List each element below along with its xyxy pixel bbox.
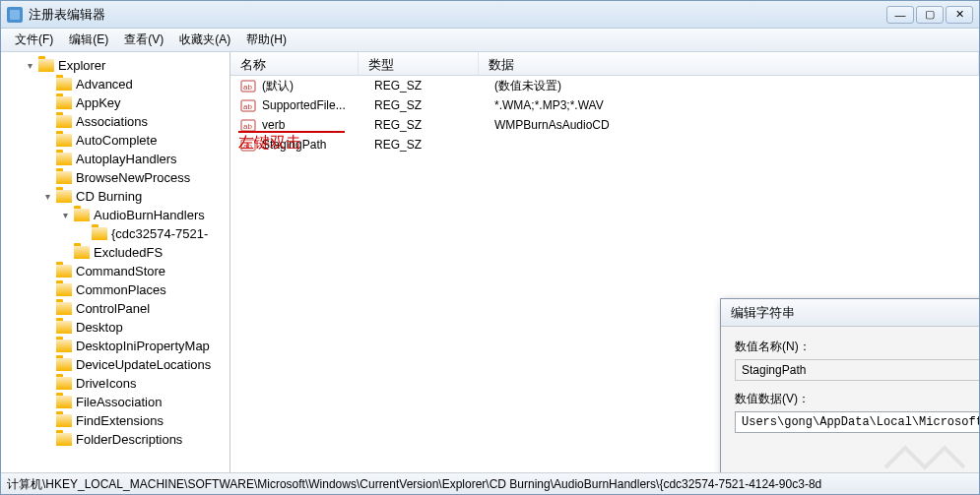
expand-toggle-icon[interactable]: ▾ [42, 191, 53, 202]
tree-node[interactable]: Desktop [3, 318, 228, 337]
tree-node[interactable]: BrowseNewProcess [3, 168, 228, 187]
list-row[interactable]: abStagingPathREG_SZ [230, 135, 979, 155]
expand-toggle-icon[interactable]: ▾ [25, 60, 35, 71]
header-type[interactable]: 类型 [359, 52, 479, 75]
content-area: ▾ExplorerAdvancedAppKeyAssociationsAutoC… [1, 52, 979, 472]
folder-icon [56, 134, 72, 147]
menu-file[interactable]: 文件(F) [7, 29, 61, 51]
tree-node[interactable]: ExcludedFS [3, 243, 228, 262]
value-name: (默认) [262, 78, 374, 94]
folder-icon [56, 433, 72, 446]
folder-icon [74, 209, 90, 221]
tree-spacer [42, 154, 53, 164]
folder-icon [56, 78, 72, 91]
tree-node[interactable]: FindExtensions [3, 411, 228, 430]
folder-icon [38, 59, 54, 72]
folder-icon [56, 171, 72, 184]
menu-favorites[interactable]: 收藏夹(A) [171, 29, 238, 51]
tree-label: FileAssociation [76, 395, 162, 409]
tree-node[interactable]: Associations [3, 112, 228, 131]
tree-spacer [42, 434, 53, 445]
tree-node[interactable]: FileAssociation [3, 393, 228, 411]
menu-help[interactable]: 帮助(H) [238, 29, 294, 51]
tree-label: Explorer [58, 58, 105, 73]
tree-node[interactable]: AutoplayHandlers [3, 150, 228, 168]
tree-node[interactable]: CommonPlaces [3, 280, 228, 299]
tree-label: Desktop [76, 320, 123, 335]
name-field [735, 359, 979, 381]
folder-icon [56, 96, 72, 109]
reg-string-icon: ab [240, 97, 256, 113]
window-title: 注册表编辑器 [29, 6, 886, 24]
menubar: 文件(F) 编辑(E) 查看(V) 收藏夹(A) 帮助(H) [1, 29, 979, 52]
tree-label: CD Burning [76, 189, 142, 204]
tree-node[interactable]: AppKey [3, 93, 228, 112]
maximize-button[interactable]: ▢ [916, 6, 944, 24]
value-name: verb [262, 118, 374, 132]
header-name[interactable]: 名称 [230, 52, 359, 75]
tree-label: AutoplayHandlers [76, 152, 177, 166]
value-type: REG_SZ [374, 138, 494, 152]
expand-toggle-icon[interactable]: ▾ [60, 210, 71, 220]
tree-label: AppKey [76, 95, 121, 110]
folder-icon [56, 190, 72, 203]
svg-text:ab: ab [243, 83, 252, 92]
minimize-button[interactable]: — [886, 6, 914, 24]
tree-node[interactable]: AutoComplete [3, 131, 228, 150]
tree-pane[interactable]: ▾ExplorerAdvancedAppKeyAssociationsAutoC… [1, 52, 230, 472]
tree-spacer [60, 247, 71, 258]
tree-label: ExcludedFS [94, 245, 163, 260]
tree-node[interactable]: ▾Explorer [3, 56, 228, 75]
tree-node[interactable]: ▾CD Burning [3, 187, 228, 206]
value-name: SupportedFile... [262, 98, 374, 112]
folder-icon [56, 321, 72, 334]
tree-label: DeviceUpdateLocations [76, 357, 211, 372]
window-buttons: — ▢ ✕ [886, 6, 973, 24]
list-body: ab(默认)REG_SZ(数值未设置)abSupportedFile...REG… [230, 76, 979, 155]
tree-spacer [42, 415, 53, 426]
folder-icon [56, 153, 72, 165]
tree-spacer [42, 284, 53, 295]
list-row[interactable]: abSupportedFile...REG_SZ*.WMA;*.MP3;*.WA… [230, 95, 979, 115]
folder-icon [74, 246, 90, 259]
folder-icon [56, 115, 72, 128]
close-button[interactable]: ✕ [946, 6, 973, 24]
value-data: *.WMA;*.MP3;*.WAV [494, 98, 979, 112]
tree-label: Advanced [76, 77, 133, 92]
dialog-titlebar[interactable]: 编辑字符串 ✕ [721, 299, 979, 327]
tree-spacer [42, 378, 53, 389]
tree-label: {cdc32574-7521- [111, 226, 208, 241]
tree-node[interactable]: ▾AudioBurnHandlers [3, 206, 228, 224]
edit-string-dialog: 编辑字符串 ✕ 数值名称(N)： 数值数据(V)： 确定 取消 [720, 298, 979, 472]
tree-node[interactable]: ControlPanel [3, 299, 228, 318]
tree-node[interactable]: DeviceUpdateLocations [3, 355, 228, 374]
tree-label: ControlPanel [76, 301, 150, 316]
tree-label: CommandStore [76, 264, 165, 278]
header-data[interactable]: 数据 [479, 52, 979, 75]
menu-edit[interactable]: 编辑(E) [61, 29, 116, 51]
data-field[interactable] [735, 411, 979, 433]
tree-node[interactable]: {cdc32574-7521- [3, 224, 228, 243]
tree-spacer [42, 97, 53, 108]
tree-node[interactable]: FolderDescriptions [3, 430, 228, 449]
folder-icon [56, 358, 72, 371]
app-icon [7, 7, 23, 23]
value-type: REG_SZ [374, 79, 494, 93]
tree-spacer [42, 359, 53, 370]
tree-node[interactable]: DriveIcons [3, 374, 228, 393]
folder-icon [56, 377, 72, 390]
value-data: WMPBurnAsAudioCD [494, 118, 979, 132]
folder-icon [56, 396, 72, 408]
tree-label: FolderDescriptions [76, 432, 182, 447]
reg-string-icon: ab [240, 117, 256, 133]
svg-text:ab: ab [243, 122, 252, 131]
tree-node[interactable]: Advanced [3, 75, 228, 93]
list-row[interactable]: ab(默认)REG_SZ(数值未设置) [230, 76, 979, 95]
list-row[interactable]: abverbREG_SZWMPBurnAsAudioCD [230, 115, 979, 135]
tree-node[interactable]: CommandStore [3, 262, 228, 280]
tree-label: AudioBurnHandlers [94, 208, 205, 222]
menu-view[interactable]: 查看(V) [116, 29, 171, 51]
tree-node[interactable]: DesktopIniPropertyMap [3, 337, 228, 355]
folder-icon [56, 414, 72, 427]
folder-icon [56, 283, 72, 296]
